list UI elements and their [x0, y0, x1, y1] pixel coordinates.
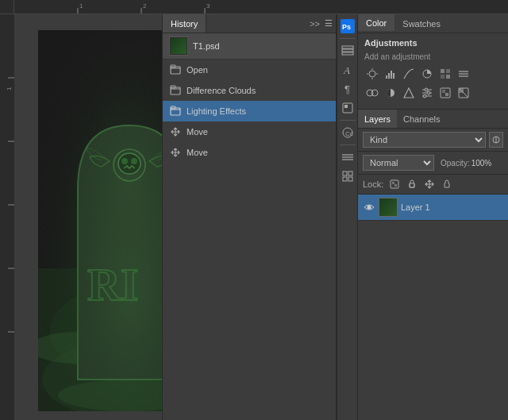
canvas-image: RI [38, 30, 162, 411]
layer-thumbnail [379, 198, 398, 217]
adj-curves[interactable] [401, 66, 417, 82]
history-item-lighting-effects[interactable]: Lighting Effects [163, 101, 336, 121]
filter-toggle-btn[interactable] [489, 132, 503, 148]
svg-rect-42 [344, 105, 348, 108]
tab-swatches[interactable]: Swatches [394, 14, 448, 33]
adj-vibrance[interactable] [437, 66, 453, 82]
blend-mode-row: Normal Opacity: 100% [358, 152, 508, 175]
snapshot-thumb-inner [171, 38, 187, 54]
lock-pixels-btn[interactable] [388, 178, 401, 191]
vertical-ruler: 1 [0, 14, 14, 420]
tab-history[interactable]: History [163, 14, 206, 33]
adj-colorbalance[interactable] [364, 85, 380, 101]
color-swatches-tabs: Color Swatches [358, 14, 508, 33]
libraries-btn[interactable] [339, 168, 356, 185]
svg-text:Ps: Ps [342, 23, 351, 31]
svg-rect-50 [343, 177, 347, 181]
svg-rect-49 [348, 171, 352, 175]
history-item-open[interactable]: Open [163, 60, 336, 80]
svg-rect-63 [441, 69, 444, 73]
lock-image-btn[interactable] [406, 178, 418, 191]
svg-point-52 [369, 71, 375, 77]
ruler-v-svg: 1 [0, 14, 14, 420]
ps-toolbar-btn[interactable]: Ps [339, 17, 356, 35]
layer-visibility-toggle[interactable] [363, 201, 375, 214]
adj-exposure[interactable] [419, 66, 435, 82]
svg-rect-84 [459, 88, 464, 93]
svg-rect-81 [442, 90, 445, 93]
svg-rect-90 [410, 183, 414, 187]
svg-point-77 [425, 88, 428, 91]
adj-bw[interactable] [383, 85, 398, 101]
ruler-svg: 1 2 3 [14, 0, 508, 14]
layer-name: Layer 1 [401, 202, 503, 212]
lock-position-btn[interactable] [423, 178, 436, 191]
adj-photofilter[interactable] [401, 85, 417, 101]
svg-point-71 [371, 90, 378, 96]
adj-chanmix[interactable] [419, 85, 435, 101]
history-item-icon-move2 [169, 146, 182, 159]
svg-rect-7 [0, 14, 14, 420]
svg-rect-89 [394, 184, 397, 187]
ruler-corner [0, 0, 14, 14]
opacity-value: 100% [471, 159, 492, 168]
adj-levels[interactable] [383, 66, 398, 82]
panel-menu-icon[interactable]: ☰ [325, 18, 333, 29]
svg-rect-88 [392, 182, 394, 184]
canvas-area: RI [14, 14, 162, 420]
svg-rect-51 [348, 177, 352, 181]
history-item-move2[interactable]: Move [163, 142, 336, 163]
svg-marker-73 [404, 88, 414, 98]
paragraph-panel-btn[interactable]: ¶ [339, 80, 356, 98]
svg-text:3: 3 [206, 2, 210, 10]
svg-text:1: 1 [79, 2, 83, 10]
adj-hsl[interactable] [456, 66, 471, 82]
svg-rect-46 [342, 156, 353, 158]
toolbar-divider-2 [340, 120, 356, 121]
svg-point-91 [368, 206, 371, 210]
kind-select[interactable]: Kind [363, 132, 486, 148]
layers-section: Layers Channels Kind Normal [358, 110, 508, 420]
tab-channels[interactable]: Channels [397, 110, 446, 128]
layer-comps-btn[interactable] [339, 148, 356, 166]
snapshot-thumbnail [169, 37, 188, 56]
adj-invert[interactable] [456, 85, 471, 101]
history-item-move1[interactable]: Move [163, 121, 336, 142]
svg-rect-66 [446, 75, 450, 79]
tab-layers[interactable]: Layers [358, 110, 397, 128]
main-area: 1 [0, 14, 508, 420]
svg-rect-37 [342, 52, 353, 55]
svg-point-78 [427, 91, 430, 94]
right-toolbar: Ps A ¶ [337, 14, 357, 420]
layer-thumb-inner [379, 198, 397, 216]
history-item-label-move1: Move [187, 127, 208, 137]
history-snapshot[interactable]: T1.psd [163, 33, 336, 60]
history-panel-btn[interactable] [339, 99, 356, 117]
svg-rect-58 [388, 73, 390, 79]
snapshot-label: T1.psd [193, 41, 220, 51]
adj-colorlook[interactable] [437, 85, 453, 101]
adj-brightness[interactable] [364, 66, 380, 82]
toolbar-divider-1 [340, 38, 356, 39]
svg-rect-0 [14, 0, 508, 14]
history-item-label-le: Lighting Effects [187, 106, 246, 116]
adjustments-section: Adjustments Add an adjustment [358, 33, 508, 110]
layer-item-layer1[interactable]: Layer 1 [358, 195, 508, 221]
svg-text:¶: ¶ [344, 83, 350, 95]
tab-color[interactable]: Color [358, 14, 394, 33]
lock-all-btn[interactable] [441, 178, 453, 191]
history-item-difference-clouds[interactable]: Difference Clouds [163, 80, 336, 101]
history-item-icon-le [169, 105, 182, 118]
svg-text:2: 2 [143, 2, 147, 10]
blend-mode-select[interactable]: Normal [363, 155, 434, 171]
type-panel-btn[interactable]: A [339, 61, 356, 79]
history-item-icon-dc [169, 84, 182, 97]
panel-tab-controls: >> ☰ [310, 18, 336, 29]
cc-panel-btn[interactable]: Cc [339, 124, 356, 141]
expand-icon[interactable]: >> [310, 19, 320, 29]
svg-text:A: A [343, 64, 350, 76]
history-item-icon-move1 [169, 125, 182, 138]
layers-panel-btn[interactable] [339, 42, 356, 60]
svg-rect-27 [38, 30, 162, 411]
history-item-label-open: Open [187, 65, 208, 75]
